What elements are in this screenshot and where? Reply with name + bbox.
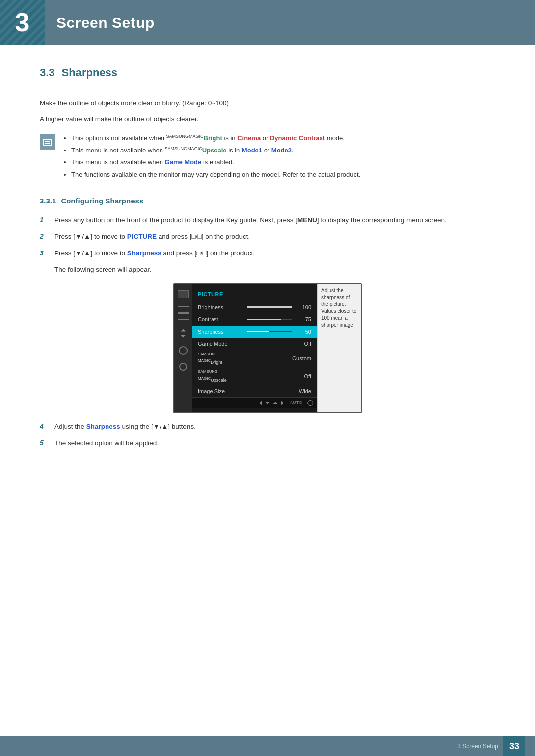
cinema-link: Cinema [237, 134, 261, 142]
nav-right-icon [281, 401, 284, 405]
sharpness-link: Sharpness [127, 250, 161, 257]
chapter-number-box: 3 [0, 0, 45, 45]
brightness-value: 100 [296, 303, 311, 312]
note-icon [40, 134, 55, 150]
monitor-wrapper: i PICTURE Brightness 100 Con [173, 283, 362, 413]
step-3: 3 Press [▼/▲] to move to Sharpness and p… [40, 248, 495, 259]
steps-list: 1 Press any button on the front of the p… [40, 215, 495, 259]
menu-row-sharpness: Sharpness 50 [192, 326, 317, 338]
sidebar-line-3 [178, 319, 189, 320]
section-number: 3.3 [40, 64, 55, 81]
chapter-number: 3 [15, 3, 30, 42]
nav-left-icon [259, 401, 262, 405]
step-number-3: 3 [40, 248, 48, 258]
image-size-value: Wide [296, 387, 311, 396]
menu-row-name-magicupscale: SAMSUNGMAGICUpscale [198, 369, 296, 383]
step-number-2: 2 [40, 231, 48, 242]
brightness-bar [247, 306, 292, 308]
steps-list-2: 4 Adjust the Sharpness using the [▼/▲] b… [40, 421, 495, 449]
picture-link: PICTURE [127, 233, 157, 240]
sharpness-bar-fill [247, 331, 270, 332]
step-number-5: 5 [40, 438, 48, 448]
magicupscale-value: Off [296, 372, 311, 381]
nav-up-icon [273, 402, 278, 404]
note-icon-lines [43, 139, 52, 146]
mode1-link: Mode1 [242, 147, 262, 154]
step-text-1: Press any button on the front of the pro… [54, 215, 447, 226]
brightness-bar-fill [247, 306, 292, 308]
step-text-3: Press [▼/▲] to move to Sharpness and pre… [54, 248, 255, 259]
sidebar-arrows-icon [178, 328, 188, 338]
step-4: 4 Adjust the Sharpness using the [▼/▲] b… [40, 421, 495, 432]
sharpness-bar [247, 331, 292, 332]
step-3-subtext: The following screen will appear. [54, 264, 495, 275]
page-header: 3 Screen Setup [0, 0, 535, 45]
dynamic-contrast-link: Dynamic Contrast [270, 134, 325, 142]
section-heading: 3.3 Sharpness [40, 64, 495, 86]
note-item-1: This option is not available when SAMSUN… [71, 133, 360, 143]
main-content: 3.3 Sharpness Make the outline of object… [0, 45, 535, 494]
sidebar-line-2 [178, 312, 189, 314]
sidebar-line-1 [178, 306, 189, 307]
note-item-2: This menu is not available when SAMSUNGM… [71, 146, 360, 155]
magicbright-value: Custom [292, 354, 311, 363]
menu-row-name-contrast: Contrast [198, 315, 243, 324]
intro-paragraph-1: Make the outline of objects more clear o… [40, 98, 495, 109]
sidebar-info-icon: i [179, 363, 187, 371]
contrast-value: 75 [296, 315, 311, 324]
menu-header: PICTURE [192, 288, 317, 302]
step-number-1: 1 [40, 215, 48, 225]
contrast-bar [247, 319, 292, 320]
section-title: Sharpness [62, 64, 118, 81]
menu-row-name-game-mode: Game Mode [198, 340, 296, 348]
footer-text: 3 Screen Setup [457, 742, 498, 751]
menu-row-name-image-size: Image Size [198, 387, 296, 396]
menu-row-brightness: Brightness 100 [192, 302, 317, 314]
contrast-bar-fill [247, 319, 281, 320]
sharpness-value: 50 [296, 328, 311, 336]
nav-down-icon [265, 402, 270, 404]
samsung-magic-label-2: SAMSUNGMAGIC [165, 148, 202, 153]
menu-row-name-sharpness: Sharpness [198, 328, 243, 336]
bright-link: Bright [204, 134, 222, 142]
footer-page-number: 33 [503, 736, 525, 756]
sidebar-monitor-icon [178, 290, 189, 298]
note-box: This option is not available when SAMSUN… [40, 133, 495, 182]
sharpness-link-step4: Sharpness [86, 423, 120, 430]
step-number-4: 4 [40, 421, 48, 432]
monitor-menu: PICTURE Brightness 100 Contrast [192, 284, 317, 412]
menu-row-image-size: Image Size Wide [192, 385, 317, 398]
menu-row-name-brightness: Brightness [198, 303, 243, 312]
intro-paragraph-2: A higher value will make the outline of … [40, 114, 495, 125]
menu-row-magicupscale: SAMSUNGMAGICUpscale Off [192, 367, 317, 385]
page-footer: 3 Screen Setup 33 [0, 736, 535, 756]
subsection-heading: 3.3.1 Configuring Sharpness [40, 196, 495, 207]
menu-row-name-magicbright: SAMSUNGMAGICBright [198, 352, 292, 366]
sidebar-gear-icon [179, 346, 188, 355]
monitor-tooltip: Adjust the sharpness of the picture. Val… [317, 284, 361, 412]
power-icon [307, 400, 313, 406]
note-list: This option is not available when SAMSUN… [62, 133, 360, 182]
samsung-magic-label-1: SAMSUNGMAGIC [166, 135, 204, 141]
monitor-bottom-bar: AUTO [192, 397, 317, 408]
step-text-5: The selected option will be applied. [54, 438, 159, 449]
step-5: 5 The selected option will be applied. [40, 438, 495, 449]
game-mode-link: Game Mode [165, 158, 202, 166]
step-text-2: Press [▼/▲] to move to PICTURE and press… [54, 231, 250, 242]
menu-row-game-mode: Game Mode Off [192, 338, 317, 350]
game-mode-value: Off [296, 340, 311, 348]
step-text-4: Adjust the Sharpness using the [▼/▲] but… [54, 421, 196, 432]
upscale-link: Upscale [202, 147, 227, 154]
chapter-title: Screen Setup [56, 11, 155, 34]
note-item-4: The functions available on the monitor m… [71, 170, 360, 180]
auto-label: AUTO [290, 400, 302, 406]
mode2-link: Mode2 [271, 147, 292, 154]
menu-row-contrast: Contrast 75 [192, 313, 317, 326]
step-1: 1 Press any button on the front of the p… [40, 215, 495, 226]
monitor-sidebar: i [174, 284, 192, 412]
menu-row-magicbright: SAMSUNGMAGICBright Custom [192, 350, 317, 368]
monitor-display: i PICTURE Brightness 100 Con [173, 283, 362, 413]
monitor-screenshot: i PICTURE Brightness 100 Con [40, 283, 495, 413]
subsection-number: 3.3.1 [40, 196, 56, 207]
note-item-3: This menu is not available when Game Mod… [71, 157, 360, 167]
